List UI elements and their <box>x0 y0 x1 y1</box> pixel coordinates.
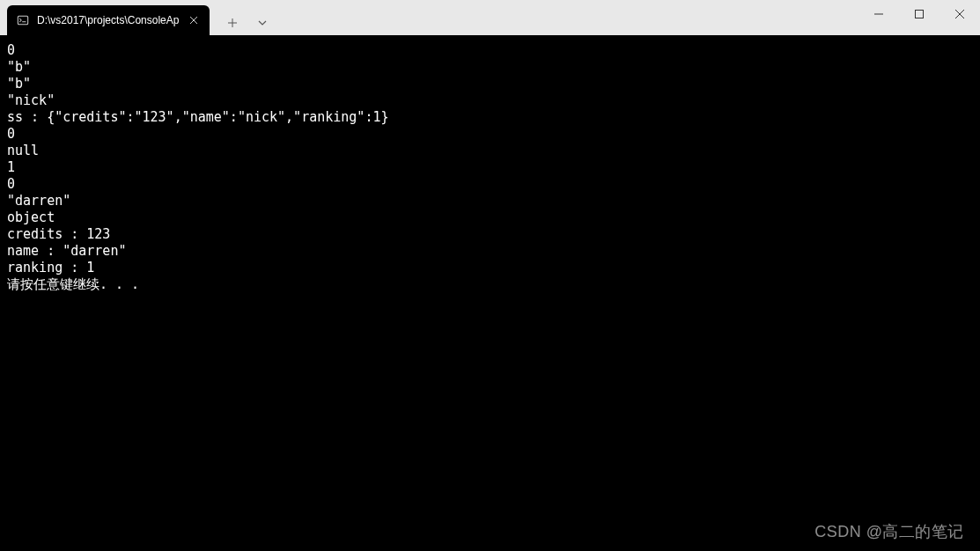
tab-area: D:\vs2017\projects\ConsoleAp <box>0 0 275 35</box>
title-bar: D:\vs2017\projects\ConsoleAp <box>0 0 980 35</box>
console-line: 1 <box>7 159 973 176</box>
svg-rect-1 <box>916 11 924 18</box>
console-line: 请按任意键继续. . . <box>7 276 973 293</box>
tab-actions <box>210 11 275 35</box>
console-line: name : "darren" <box>7 243 973 260</box>
terminal-icon <box>16 13 30 27</box>
console-line: null <box>7 143 973 159</box>
console-line: credits : 123 <box>7 226 973 243</box>
console-line: "nick" <box>7 92 973 109</box>
terminal-tab[interactable]: D:\vs2017\projects\ConsoleAp <box>7 5 210 35</box>
close-window-button[interactable] <box>939 0 980 28</box>
console-line: object <box>7 209 973 226</box>
tab-close-button[interactable] <box>187 13 201 27</box>
console-line: 0 <box>7 176 973 193</box>
terminal-output[interactable]: 0"b""b""nick"ss : {"credits":"123","name… <box>0 35 980 551</box>
console-line: ss : {"credits":"123","name":"nick","ran… <box>7 109 973 126</box>
console-line: "b" <box>7 76 973 92</box>
tab-title: D:\vs2017\projects\ConsoleAp <box>37 14 180 26</box>
console-line: 0 <box>7 126 973 143</box>
tab-dropdown-button[interactable] <box>250 11 275 35</box>
console-line: 0 <box>7 42 973 59</box>
window-controls <box>858 0 980 28</box>
new-tab-button[interactable] <box>220 11 245 35</box>
maximize-button[interactable] <box>899 0 939 28</box>
console-line: ranking : 1 <box>7 260 973 276</box>
minimize-button[interactable] <box>858 0 899 28</box>
watermark: CSDN @高二的笔记 <box>814 521 964 542</box>
console-line: "darren" <box>7 193 973 209</box>
svg-rect-0 <box>18 16 27 25</box>
console-line: "b" <box>7 59 973 76</box>
